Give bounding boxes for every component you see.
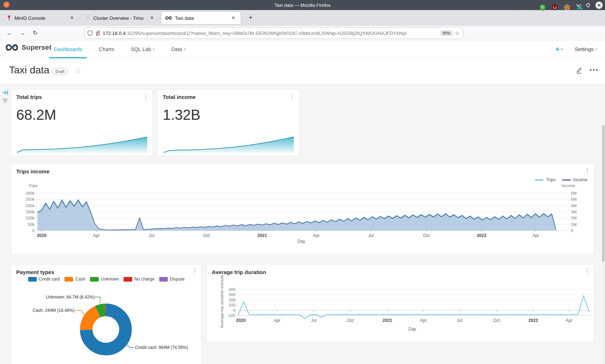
close-button[interactable]	[595, 1, 603, 9]
superset-brand[interactable]: Superset	[5, 43, 51, 52]
total-trips-sparkline	[17, 133, 147, 154]
svg-text:2021: 2021	[257, 233, 267, 238]
card-avg-trip-duration: Average trip duration ⋮ Average trip dur…	[206, 264, 594, 342]
svg-text:0: 0	[233, 308, 236, 313]
insecure-lock-icon[interactable]	[95, 30, 100, 36]
x-axis-label: Day	[297, 239, 305, 244]
tab-label: MinIO Console	[14, 15, 66, 21]
tab-close-icon[interactable]: ✕	[148, 14, 156, 22]
card-total-trips: Total trips ⋮ 68.2M	[11, 89, 153, 156]
superset-navbar: Superset Dashboards Charts SQL Lab▾ Data…	[0, 40, 605, 58]
svg-text:Oct: Oct	[203, 233, 210, 238]
tab-separator	[80, 14, 80, 22]
nav-item-dashboards[interactable]: Dashboards	[54, 46, 82, 52]
chevron-down-icon: ▾	[561, 47, 563, 51]
svg-text:100: 100	[229, 303, 236, 307]
window-title: Taxi data — Mozilla Firefox	[0, 3, 605, 8]
ublock-icon[interactable]	[552, 4, 558, 10]
url-bar[interactable]: 172.18.0.4:32295/superset/dashboard/1/?n…	[84, 27, 463, 39]
svg-text:4M: 4M	[571, 204, 577, 208]
brand-name: Superset	[22, 44, 51, 51]
tab-taxi-data[interactable]: Taxi data ✕	[161, 12, 241, 24]
svg-text:200: 200	[229, 298, 236, 302]
svg-text:300: 300	[229, 292, 236, 297]
tab-label: Taxi data	[175, 15, 227, 21]
nav-item-charts[interactable]: Charts	[99, 46, 114, 52]
nav-item-data[interactable]: Data▾	[171, 46, 185, 52]
svg-text:150k: 150k	[26, 210, 35, 214]
extension-green-icon[interactable]	[539, 4, 546, 11]
page-scrollbar-thumb[interactable]	[602, 125, 605, 262]
svg-text:5M: 5M	[571, 197, 577, 201]
tab-separator	[160, 14, 160, 22]
card-menu-icon[interactable]: ⋮	[143, 93, 149, 100]
nav-item-sql-lab[interactable]: SQL Lab▾	[131, 46, 154, 52]
superset-logo-icon	[5, 43, 19, 52]
expand-filter-bar-icon[interactable]	[2, 90, 8, 95]
pie-label-unknown: Unknown: 84.7M (6.42%)	[33, 295, 95, 300]
total-income-value: 1.32B	[163, 107, 201, 123]
dashboard-header: Taxi data Draft ☆ •••	[0, 58, 605, 83]
avg-trip-duration-plot: 4003002001000-1002020AprJulOct2021AprJul…	[207, 265, 595, 328]
total-income-sparkline	[163, 133, 294, 154]
pie-label-credit-card: Credit card: 984M (74.56%)	[135, 345, 188, 350]
edit-pencil-icon[interactable]	[575, 66, 583, 74]
svg-text:2021: 2021	[382, 318, 392, 323]
tab-minio-console[interactable]: MinIO Console ✕	[3, 12, 79, 24]
settings-menu[interactable]: Settings▾	[575, 46, 597, 52]
superset-icon	[165, 16, 172, 20]
svg-text:Apr: Apr	[532, 233, 539, 238]
favorite-star-icon[interactable]: ☆	[75, 66, 82, 75]
firefox-window: Taxi data — Mozilla Firefox MinIO Consol…	[0, 0, 605, 364]
tracking-shield-icon[interactable]	[88, 30, 93, 36]
pocket-icon[interactable]	[515, 4, 521, 10]
back-button[interactable]: ←	[4, 28, 14, 38]
svg-text:400: 400	[229, 287, 236, 292]
trips-income-plot: 300k250k200k150k100k50k06M5M4M3M2M1M0202…	[11, 164, 595, 242]
asterisk-extension-icon[interactable]	[576, 4, 583, 11]
svg-text:2020: 2020	[37, 233, 46, 238]
card-title: Total trips	[16, 94, 42, 100]
url-host: 172.18.0.4	[103, 31, 126, 36]
toolbar-extensions	[515, 2, 595, 12]
card-menu-icon[interactable]: ⋮	[289, 93, 295, 100]
url-text[interactable]: 172.18.0.4:32295/superset/dashboard/1/?n…	[103, 31, 438, 36]
svg-text:1M: 1M	[571, 222, 577, 227]
svg-text:2020: 2020	[236, 318, 246, 323]
filter-icon[interactable]	[2, 99, 8, 103]
tab-trino[interactable]: Cluster Overview - Trino ✕	[81, 12, 159, 24]
cookie-extension-icon[interactable]	[564, 4, 570, 11]
dashboard-title: Taxi data	[9, 64, 49, 76]
dashboard-content: Total trips ⋮ 68.2M Total income ⋮ 1.32B…	[0, 83, 605, 364]
chevron-down-icon: ▾	[184, 47, 186, 51]
svg-text:250k: 250k	[26, 197, 35, 201]
svg-text:Oct: Oct	[493, 318, 500, 323]
chevron-down-icon: ▾	[595, 47, 597, 51]
svg-text:200k: 200k	[26, 204, 35, 208]
bookmark-star-icon[interactable]: ☆	[455, 30, 460, 37]
svg-text:2022: 2022	[528, 318, 538, 323]
new-tab-button[interactable]: +	[246, 13, 256, 23]
new-item-plus-button[interactable]: +▾	[555, 45, 563, 54]
svg-text:0: 0	[32, 228, 35, 233]
svg-text:6M: 6M	[571, 191, 577, 195]
titlebar: Taxi data — Mozilla Firefox	[0, 0, 605, 10]
card-payment-types: Payment types ⋮ Credit cardCashUnknownNo…	[11, 264, 202, 364]
svg-text:Jul: Jul	[457, 318, 462, 323]
svg-text:2M: 2M	[571, 216, 577, 220]
svg-text:Oct: Oct	[347, 318, 354, 323]
svg-text:Apr: Apr	[566, 318, 573, 323]
tab-label: Cluster Overview - Trino	[93, 15, 145, 21]
trino-icon	[85, 15, 90, 21]
more-options-icon[interactable]: •••	[590, 67, 599, 74]
forward-button[interactable]: →	[17, 28, 27, 38]
download-icon[interactable]	[527, 4, 533, 10]
reload-button[interactable]: ↻	[30, 28, 40, 38]
tab-bar: MinIO Console ✕ Cluster Overview - Trino…	[0, 10, 605, 26]
svg-text:Oct: Oct	[423, 233, 430, 238]
draft-badge: Draft	[51, 68, 68, 75]
zoom-level-badge[interactable]: 90%	[440, 30, 453, 36]
tab-close-icon[interactable]: ✕	[68, 14, 76, 22]
menu-hamburger-icon[interactable]	[589, 5, 595, 10]
tab-close-icon[interactable]: ✕	[230, 14, 237, 22]
